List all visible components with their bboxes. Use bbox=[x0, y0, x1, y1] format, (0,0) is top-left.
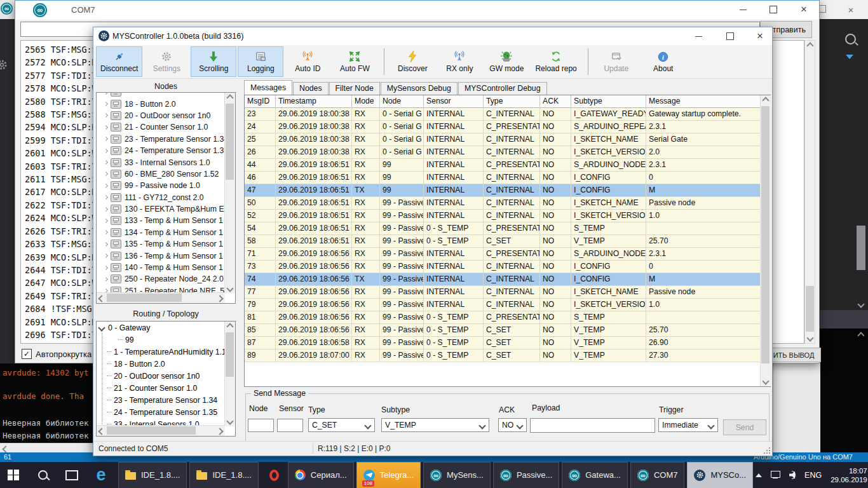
table-row[interactable]: 71 29.06.2019 18:06:56 RX 99 - Passive I… bbox=[245, 248, 760, 261]
tree-item[interactable]: 23 - Temperature Sensor 1.34 bbox=[97, 133, 235, 145]
checkbox-checked-icon[interactable]: ✓ bbox=[22, 349, 32, 359]
disconnect-button[interactable]: Disconnect bbox=[96, 46, 142, 77]
expand-icon[interactable] bbox=[104, 160, 108, 165]
expand-icon[interactable] bbox=[104, 207, 108, 212]
sensor-field[interactable] bbox=[277, 419, 303, 432]
scroll-up-icon[interactable] bbox=[226, 323, 233, 330]
expand-icon[interactable] bbox=[104, 92, 108, 95]
auto-fw-button[interactable]: Auto FW bbox=[332, 46, 377, 77]
column-header[interactable]: ACK bbox=[540, 95, 571, 108]
volume-icon[interactable] bbox=[789, 471, 796, 479]
expand-icon[interactable] bbox=[104, 219, 108, 223]
table-row[interactable]: 44 29.06.2019 18:06:51 RX 99 INTERNAL C_… bbox=[245, 159, 760, 172]
column-header[interactable]: Timestamp bbox=[276, 95, 352, 108]
subtype-select[interactable]: V_TEMP bbox=[381, 418, 489, 432]
tree-item[interactable] bbox=[97, 92, 235, 98]
tree-item[interactable]: 0 - Gateway bbox=[97, 322, 235, 334]
table-row[interactable]: 73 29.06.2019 18:06:56 RX 99 - Passive I… bbox=[245, 261, 760, 273]
tree-item[interactable]: 99 - Passive node 1.0 bbox=[97, 180, 235, 191]
nodes-vertical-scrollbar[interactable] bbox=[224, 93, 235, 294]
expand-icon[interactable] bbox=[104, 277, 108, 281]
settings-button[interactable]: Settings bbox=[144, 46, 189, 77]
table-row[interactable]: 46 29.06.2019 18:06:51 RX 99 INTERNAL C_… bbox=[245, 172, 760, 184]
opera-button[interactable] bbox=[261, 462, 288, 488]
type-select[interactable]: C_SET bbox=[308, 418, 375, 432]
scroll-up-icon[interactable] bbox=[806, 42, 813, 49]
scroll-right-icon[interactable] bbox=[216, 295, 223, 302]
table-header[interactable]: MsgID Timestamp Mode Node Sensor Type AC… bbox=[245, 95, 770, 108]
tree-item[interactable]: 111 - GY712_const 2.0 bbox=[97, 192, 235, 203]
tree-item[interactable]: 18 - Button 2.0 bbox=[97, 358, 235, 370]
nodes-tree[interactable]: 18 - Button 2.0 20 - OutDoor sensor 1n0 … bbox=[96, 92, 236, 304]
tree-item[interactable]: 23 - Temperature Sensor 1.34 bbox=[97, 394, 235, 406]
minimize-button[interactable] bbox=[688, 27, 709, 45]
scroll-down-icon[interactable] bbox=[762, 377, 769, 384]
tab[interactable]: MySensors Debug bbox=[381, 82, 458, 95]
table-row[interactable]: 85 29.06.2019 18:06:56 RX 99 - Passive 0… bbox=[245, 324, 760, 337]
start-button[interactable] bbox=[0, 462, 27, 488]
reload-repo-button[interactable]: Reload repo bbox=[531, 46, 581, 77]
taskbar-item-chrome[interactable]: Сериал... bbox=[288, 462, 354, 488]
dropdown-triangle-icon[interactable] bbox=[846, 55, 853, 59]
tab[interactable]: Nodes bbox=[293, 82, 329, 95]
expand-icon[interactable] bbox=[104, 184, 108, 188]
tree-item[interactable]: 60 - BME_280 Sensor 1.52 bbox=[97, 168, 235, 180]
expand-icon[interactable] bbox=[104, 266, 108, 270]
scroll-down-icon[interactable] bbox=[226, 417, 233, 424]
table-row[interactable]: 77 29.06.2019 18:06:56 RX 99 - Passive I… bbox=[245, 286, 760, 299]
tree-item[interactable]: 24 - Temperature Sensor 1.35 bbox=[97, 406, 235, 418]
expand-icon[interactable] bbox=[104, 195, 108, 200]
tree-item[interactable]: 99 bbox=[97, 334, 235, 346]
tree-item[interactable]: 18 - Button 2.0 bbox=[97, 98, 235, 109]
tree-item[interactable]: 136 - Temp & Hum Sensor 1 bbox=[97, 250, 235, 261]
table-row[interactable]: 50 29.06.2019 18:06:51 RX 99 - Passive I… bbox=[245, 197, 760, 210]
expand-icon[interactable] bbox=[104, 230, 108, 234]
tab[interactable]: Messages bbox=[244, 80, 292, 95]
gw-mode-button[interactable]: GW mode bbox=[484, 46, 529, 77]
taskbar-item-myscontroller[interactable]: MYSCo... bbox=[687, 462, 753, 488]
resize-grip[interactable] bbox=[763, 446, 770, 454]
tree-item[interactable]: 134 - Temp & Hum Sensor 1 bbox=[97, 227, 235, 238]
table-row[interactable]: 74 29.06.2019 18:06:56 TX 99 - Passive I… bbox=[245, 273, 760, 286]
table-row[interactable]: 54 29.06.2019 18:06:51 RX 99 - Passive 0… bbox=[245, 222, 760, 235]
tree-item[interactable]: 135 - Temp & Hum Sensor 1 bbox=[97, 238, 235, 250]
scrollbar-thumb[interactable] bbox=[107, 294, 182, 302]
table-row[interactable]: 47 29.06.2019 18:06:51 TX 99 INTERNAL C_… bbox=[245, 184, 760, 197]
scrollbar-thumb[interactable] bbox=[761, 106, 770, 363]
clock[interactable]: 18:07 29.06.2019 bbox=[831, 466, 867, 484]
column-header[interactable]: Subtype bbox=[571, 95, 646, 108]
routing-horizontal-scrollbar[interactable] bbox=[97, 425, 225, 436]
routing-vertical-scrollbar[interactable] bbox=[224, 322, 235, 426]
trigger-select[interactable]: Immediate bbox=[658, 418, 718, 432]
language-indicator[interactable]: ENG bbox=[804, 471, 822, 480]
close-button[interactable]: × bbox=[749, 27, 771, 45]
scrollbar-thumb[interactable] bbox=[107, 426, 196, 435]
scrollbar-thumb[interactable] bbox=[226, 104, 234, 180]
close-icon[interactable]: × bbox=[840, 1, 862, 18]
column-header[interactable]: Node bbox=[380, 95, 424, 108]
table-row[interactable]: 81 29.06.2019 18:06:56 RX 99 - Passive 0… bbox=[245, 311, 760, 324]
tree-item[interactable]: 21 - Counter Sensor 1.0 bbox=[97, 382, 235, 394]
serial-monitor-titlebar[interactable]: ∞ COM7 × bbox=[15, 1, 819, 20]
minimize-button[interactable] bbox=[732, 1, 754, 18]
expand-icon[interactable] bbox=[104, 172, 108, 176]
expand-icon[interactable] bbox=[104, 242, 108, 247]
scroll-left-icon[interactable] bbox=[98, 295, 105, 302]
scroll-up-icon[interactable] bbox=[762, 97, 769, 104]
table-row[interactable]: 24 29.06.2019 18:00:38 RX 0 - Serial G I… bbox=[245, 121, 760, 133]
taskbar-item-telegram[interactable]: 108 Telegra... bbox=[356, 462, 421, 488]
node-field[interactable] bbox=[248, 419, 274, 432]
table-row[interactable]: 58 29.06.2019 18:06:51 RX 99 - Passive 0… bbox=[245, 235, 760, 248]
ide-scrollbar-thumb[interactable] bbox=[857, 226, 865, 270]
table-row[interactable]: 26 29.06.2019 18:00:38 RX 0 - Serial G I… bbox=[245, 146, 760, 159]
task-view-button[interactable] bbox=[58, 462, 85, 488]
scrollbar-thumb[interactable] bbox=[226, 332, 234, 377]
nodes-horizontal-scrollbar[interactable] bbox=[97, 292, 225, 303]
tab[interactable]: Filter Node bbox=[329, 82, 380, 95]
autoscroll-checkbox[interactable]: ✓ Автопрокрутка bbox=[22, 349, 92, 359]
tab[interactable]: MYSController Debug bbox=[458, 82, 547, 95]
taskbar-item-passive[interactable]: ∞Passive... bbox=[493, 462, 559, 488]
auto-id-button[interactable]: Auto ID bbox=[285, 46, 330, 77]
column-header[interactable]: Mode bbox=[352, 95, 380, 108]
about-button[interactable]: i About bbox=[641, 46, 686, 77]
